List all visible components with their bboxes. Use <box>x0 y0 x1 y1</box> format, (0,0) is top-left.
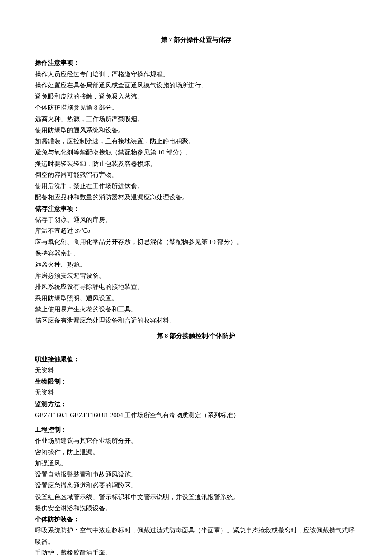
handling-line: 操作人员应经过专门培训，严格遵守操作规程。 <box>35 69 357 80</box>
storage-line: 禁止使用易产生火花的设备和工具。 <box>35 304 357 315</box>
engineering-line: 设置自动报警装置和事故通风设施。 <box>35 469 357 480</box>
engineering-line: 设置应急撤离通道和必要的泻险区。 <box>35 480 357 491</box>
ppe-line: 呼吸系统防护：空气中浓度超标时，佩戴过滤式防毒面具（半面罩）。紧急事态抢救或撤离… <box>35 525 357 547</box>
handling-line: 操作处置应在具备局部通风或全面通风换气设施的场所进行。 <box>35 80 357 91</box>
handling-line: 倒空的容器可能残留有害物。 <box>35 169 357 180</box>
storage-line: 保持容器密封。 <box>35 248 357 259</box>
handling-line: 使用后洗手，禁止在工作场所进饮食。 <box>35 180 357 192</box>
section-8-title: 第 8 部分接触控制/个体防护 <box>35 330 357 341</box>
handling-line: 使用防爆型的通风系统和设备。 <box>35 125 357 136</box>
storage-line: 库温不宜超过 37℃o <box>35 225 357 236</box>
engineering-line: 提供安全淋浴和洗眼设备。 <box>35 503 357 514</box>
engineering-line: 加强通风。 <box>35 458 357 469</box>
engineering-line: 设置红色区域警示线、警示标识和中文警示说明，并设置通讯报警系统。 <box>35 491 357 503</box>
handling-line: 避免与氧化剂等禁配物接触（禁配物参见第 10 部分）。 <box>35 147 357 158</box>
ppe-label: 个体防护装备： <box>35 514 357 525</box>
engineering-line: 作业场所建议与其它作业场所分开。 <box>35 435 357 446</box>
storage-line: 排风系统应设有导除静电的接地装置。 <box>35 281 357 292</box>
handling-line: 如需罐装，应控制流速，且有接地装置，防止静电积聚。 <box>35 136 357 147</box>
section-7-title: 第 7 部分操作处置与储存 <box>35 34 357 45</box>
storage-line: 远离火种、热源。 <box>35 259 357 270</box>
monitoring-method-value: GBZ/T160.1-GBZTT160.81-2004 工作场所空气有毒物质测定… <box>35 410 357 421</box>
exposure-limit-label: 职业接触限值： <box>35 354 357 365</box>
bio-limit-label: 生物限制： <box>35 376 357 387</box>
storage-line: 储存于阴凉、通风的库房。 <box>35 214 357 225</box>
handling-line: 搬运时要轻装轻卸，防止包装及容器损坏。 <box>35 158 357 169</box>
handling-line: 个体防护措施参见第 8 部分。 <box>35 102 357 113</box>
handling-line: 配备相应品种和数量的消防器材及泄漏应急处理设备。 <box>35 192 357 203</box>
engineering-control-label: 工程控制： <box>35 424 357 435</box>
bio-limit-value: 无资料 <box>35 387 357 398</box>
exposure-limit-value: 无资料 <box>35 365 357 376</box>
engineering-line: 密闭操作，防止泄漏。 <box>35 447 357 458</box>
storage-precautions-label: 储存注意事项： <box>35 203 357 214</box>
monitoring-method-label: 监测方法： <box>35 398 357 410</box>
storage-line: 应与氧化剂、食用化学品分开存放，切忌混储（禁配物参见第 10 部分）。 <box>35 236 357 247</box>
handling-line: 远离火种、热源，工作场所严禁吸烟。 <box>35 113 357 125</box>
storage-line: 采用防爆型照明、通风设置。 <box>35 293 357 304</box>
storage-line: 储区应备有泄漏应急处理设备和合适的收容材料。 <box>35 315 357 326</box>
ppe-line: 手防护：戴橡胶耐油手套。 <box>35 547 357 555</box>
handling-precautions-label: 操作注意事项： <box>35 57 357 68</box>
handling-line: 避免眼和皮肤的接触，避免吸入蒸汽。 <box>35 91 357 102</box>
storage-line: 库房必须安装避雷设备。 <box>35 270 357 281</box>
